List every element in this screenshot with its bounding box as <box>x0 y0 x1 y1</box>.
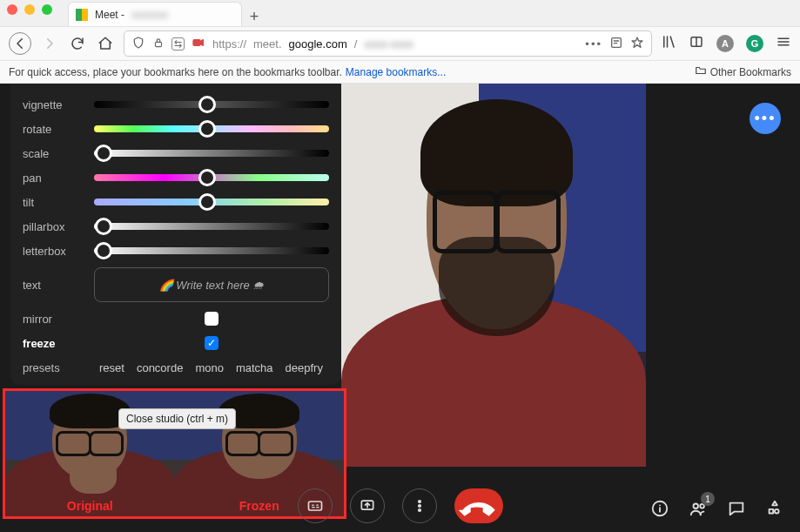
close-window-button[interactable] <box>7 4 17 15</box>
present-button[interactable] <box>350 488 385 523</box>
other-bookmarks-button[interactable]: Other Bookmarks <box>710 66 791 78</box>
participant-count: 1 <box>701 492 715 506</box>
toolbar-right: A G <box>661 34 791 53</box>
more-options-pill[interactable]: ••• <box>750 103 781 134</box>
preset-concorde[interactable]: concorde <box>137 361 183 374</box>
home-button[interactable] <box>96 34 115 53</box>
url-subdomain: meet. <box>253 37 282 51</box>
meet-app: ••• vignetterotatescalepantiltpillarboxl… <box>0 84 800 532</box>
people-button[interactable]: 1 <box>689 499 708 522</box>
svg-rect-4 <box>308 502 321 510</box>
url-path: / <box>354 37 358 51</box>
back-button[interactable] <box>9 32 31 55</box>
bookmark-hint-text: For quick access, place your bookmarks h… <box>9 66 342 78</box>
activities-button[interactable] <box>765 499 784 522</box>
slider-label-letterbox: letterbox <box>23 245 84 258</box>
zoom-window-button[interactable] <box>42 4 52 15</box>
bookmarks-bar: For quick access, place your bookmarks h… <box>0 61 800 84</box>
slider-label-vignette: vignette <box>23 98 84 111</box>
url-protocol: https:// <box>212 37 246 51</box>
sidebar-icon[interactable] <box>689 34 704 53</box>
letterbox-slider[interactable] <box>94 247 329 254</box>
minimize-window-button[interactable] <box>24 4 35 15</box>
meeting-info-button[interactable] <box>650 499 669 522</box>
camera-permission-icon[interactable] <box>192 36 205 52</box>
browser-toolbar: ⇆ https://meet.google.com/xxxx-xxxx ••• … <box>0 26 800 61</box>
presets-list: resetconcordemonomatchadeepfry <box>94 358 328 378</box>
account-badge[interactable]: A <box>716 35 734 52</box>
url-domain: google.com <box>289 37 347 51</box>
tab-title-prefix: Meet - <box>95 9 124 21</box>
chat-button[interactable] <box>727 499 746 522</box>
shield-icon[interactable] <box>131 36 145 52</box>
slider-label-pan: pan <box>23 172 84 185</box>
more-button[interactable] <box>402 488 437 523</box>
freeze-checkbox[interactable]: ✓ <box>205 336 218 350</box>
captions-button[interactable] <box>298 488 333 523</box>
url-meeting-id: xxxx-xxxx <box>364 37 413 51</box>
freeze-label: freeze <box>23 337 84 350</box>
text-label: text <box>23 279 84 292</box>
effects-panel: vignetterotatescalepantiltpillarboxlette… <box>10 84 341 385</box>
slider-label-tilt: tilt <box>23 196 84 209</box>
tilt-slider[interactable] <box>94 199 329 205</box>
slider-label-scale: scale <box>23 147 84 160</box>
slider-label-rotate: rotate <box>23 123 84 136</box>
vignette-slider[interactable] <box>94 101 329 108</box>
window-controls <box>7 0 68 26</box>
main-video-feed <box>341 84 646 467</box>
reload-button[interactable] <box>68 34 87 53</box>
address-bar[interactable]: ⇆ https://meet.google.com/xxxx-xxxx ••• <box>124 30 652 57</box>
close-studio-tooltip: Close studio (ctrl + m) <box>118 408 236 429</box>
bookmark-star-icon[interactable] <box>630 36 644 52</box>
mirror-label: mirror <box>23 313 84 326</box>
reader-icon[interactable] <box>609 36 623 52</box>
extension-badge[interactable]: G <box>746 35 763 52</box>
preset-mono[interactable]: mono <box>195 361 224 374</box>
svg-rect-1 <box>193 39 200 45</box>
scale-slider[interactable] <box>94 150 329 157</box>
overlay-text-input[interactable]: 🌈 Write text here 🌧 <box>94 267 329 302</box>
permissions-icon[interactable]: ⇆ <box>171 37 185 51</box>
rotate-slider[interactable] <box>94 125 329 132</box>
meet-right-icons: 1 <box>650 499 784 522</box>
lock-icon[interactable] <box>152 37 165 51</box>
page-actions-icon[interactable]: ••• <box>585 37 602 51</box>
svg-point-7 <box>418 505 420 508</box>
preset-matcha[interactable]: matcha <box>236 361 273 374</box>
svg-point-8 <box>418 509 420 512</box>
preset-reset[interactable]: reset <box>99 361 124 374</box>
new-tab-button[interactable]: + <box>242 8 266 26</box>
hangup-button[interactable] <box>454 488 503 523</box>
mirror-checkbox[interactable] <box>205 312 218 326</box>
folder-icon <box>695 64 707 79</box>
svg-point-10 <box>694 504 699 509</box>
google-meet-icon <box>76 9 88 21</box>
pillarbox-slider[interactable] <box>94 223 329 230</box>
slider-label-pillarbox: pillarbox <box>23 220 84 233</box>
manage-bookmarks-link[interactable]: Manage bookmarks... <box>346 66 446 78</box>
tab-title-meeting: xxxxxxx <box>131 9 168 21</box>
window-titlebar: Meet - xxxxxxx + <box>0 0 800 26</box>
library-icon[interactable] <box>661 34 676 53</box>
svg-point-6 <box>418 501 420 503</box>
preset-deepfry[interactable]: deepfry <box>286 361 323 374</box>
menu-icon[interactable] <box>776 34 791 53</box>
pan-slider[interactable] <box>94 174 329 181</box>
forward-button <box>40 34 59 53</box>
browser-tab[interactable]: Meet - xxxxxxx <box>68 2 242 26</box>
svg-rect-0 <box>156 42 162 46</box>
presets-label: presets <box>23 361 84 374</box>
